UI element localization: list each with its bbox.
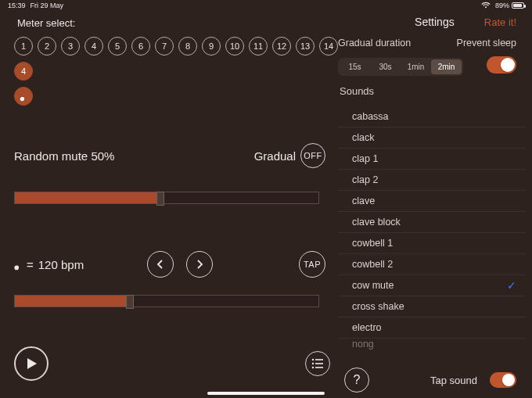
settings-panel: Settings Rate it! Gradual duration Preve… <box>338 11 532 398</box>
meter-button-5[interactable]: 5 <box>108 37 127 56</box>
meter-button-3[interactable]: 3 <box>61 37 80 56</box>
status-time: 15:39 <box>8 2 26 9</box>
status-date: Fri 29 May <box>31 2 64 9</box>
svg-point-2 <box>312 363 314 364</box>
random-mute-slider[interactable] <box>14 192 319 204</box>
sound-item[interactable]: cabassa <box>338 106 526 127</box>
sound-item-label: clap 2 <box>352 174 378 185</box>
meter-button-6[interactable]: 6 <box>131 37 150 56</box>
meter-button-4[interactable]: 4 <box>84 37 103 56</box>
playlist-button[interactable] <box>305 351 330 376</box>
meter-button-9[interactable]: 9 <box>202 37 221 56</box>
gradual-label: Gradual <box>254 149 296 163</box>
prevent-sleep-label: Prevent sleep <box>457 38 516 48</box>
sound-item-label: cowbell 2 <box>352 259 393 270</box>
tap-sound-toggle[interactable] <box>490 372 516 388</box>
meter-button-11[interactable]: 11 <box>249 37 268 56</box>
sound-item-label: cowbell 1 <box>352 238 393 249</box>
tap-tempo-button[interactable]: TAP <box>299 251 325 278</box>
gradual-duration-label: Gradual duration <box>338 38 411 48</box>
status-bar: 15:39 Fri 29 May 89% <box>0 0 532 11</box>
meter-button-13[interactable]: 13 <box>296 37 315 56</box>
note-value-button[interactable] <box>14 87 33 106</box>
sound-item[interactable]: clack <box>338 127 526 149</box>
sound-item-label: cross shake <box>352 301 404 312</box>
sound-item[interactable]: clave <box>338 191 526 212</box>
prevent-sleep-toggle[interactable] <box>487 56 516 74</box>
sound-item-label: clave block <box>352 217 401 228</box>
play-button[interactable] <box>14 346 49 381</box>
sounds-title: Sounds <box>340 85 532 97</box>
help-button[interactable]: ? <box>344 368 369 393</box>
seg-option-15s[interactable]: 15s <box>340 59 370 74</box>
sound-item-label: clap 1 <box>352 153 378 164</box>
gradual-toggle-button[interactable]: OFF <box>300 143 325 168</box>
sound-list[interactable]: cabassaclackclap 1clap 2claveclave block… <box>338 106 526 362</box>
svg-point-0 <box>312 359 314 360</box>
sound-item-label: electro <box>352 322 382 333</box>
gradual-duration-segmented[interactable]: 15s30s1min2min <box>338 58 463 76</box>
battery-pct: 89% <box>495 2 509 9</box>
main-panel: Meter select: 1234567891011121314 4 Rand… <box>0 11 338 398</box>
seg-option-1min[interactable]: 1min <box>401 59 431 74</box>
sound-item[interactable]: cowbell 2 <box>338 254 526 275</box>
sound-item[interactable]: clap 1 <box>338 149 526 170</box>
meter-button-14[interactable]: 14 <box>319 37 338 56</box>
meter-button-12[interactable]: 12 <box>272 37 291 56</box>
settings-title: Settings <box>338 16 484 28</box>
tap-sound-label: Tap sound <box>430 375 477 386</box>
meter-button-2[interactable]: 2 <box>38 37 56 56</box>
svg-point-4 <box>312 367 314 368</box>
meter-button-1[interactable]: 1 <box>14 37 33 56</box>
wifi-icon <box>481 2 491 10</box>
meter-button-8[interactable]: 8 <box>178 37 197 56</box>
bpm-increase-button[interactable] <box>186 251 213 278</box>
selected-meter-button[interactable]: 4 <box>14 62 33 81</box>
battery-indicator: 89% <box>495 2 524 9</box>
sound-item[interactable]: clave block <box>338 212 526 233</box>
tempo-slider[interactable] <box>14 295 319 307</box>
meter-row: 1234567891011121314 <box>14 37 338 56</box>
sound-item-label: cow mute <box>352 280 394 291</box>
rate-it-link[interactable]: Rate it! <box>484 16 516 28</box>
sound-item-label: clave <box>352 195 375 206</box>
sound-item[interactable]: cow mute✓ <box>338 275 526 296</box>
bpm-display: = 120 bpm <box>14 258 108 271</box>
sound-item-label: clack <box>352 132 374 143</box>
seg-option-30s[interactable]: 30s <box>370 59 401 74</box>
sound-item[interactable]: clap 2 <box>338 170 526 191</box>
sound-item[interactable]: nong <box>338 339 526 350</box>
sound-item[interactable]: electro <box>338 317 526 339</box>
sound-item[interactable]: cross shake <box>338 296 526 317</box>
meter-button-7[interactable]: 7 <box>155 37 174 56</box>
meter-button-10[interactable]: 10 <box>225 37 244 56</box>
random-mute-label: Random mute 50% <box>14 149 114 163</box>
meter-select-title: Meter select: <box>17 17 338 29</box>
check-icon: ✓ <box>507 279 516 292</box>
sound-item-label: cabassa <box>352 111 389 122</box>
sound-item[interactable]: cowbell 1 <box>338 233 526 254</box>
seg-option-2min[interactable]: 2min <box>431 59 462 74</box>
bpm-decrease-button[interactable] <box>147 251 174 278</box>
home-indicator <box>207 392 325 395</box>
